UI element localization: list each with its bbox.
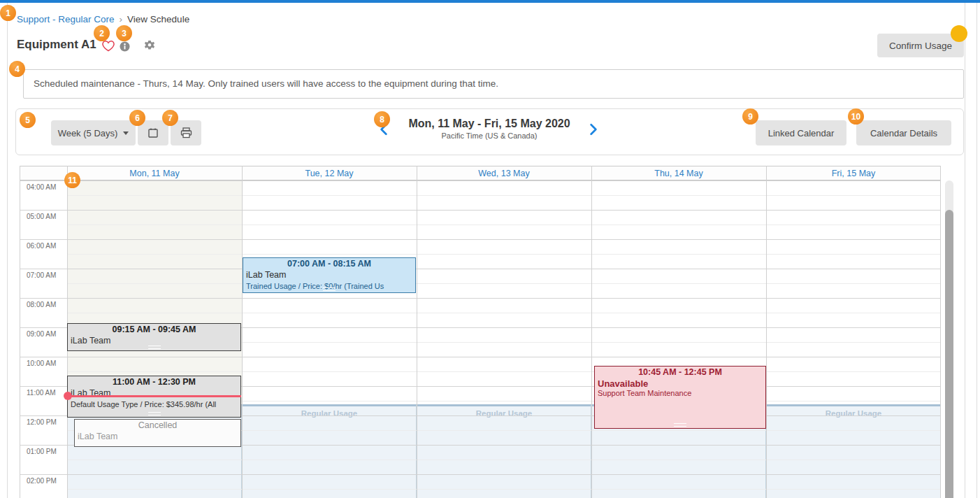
right-page-border (977, 3, 977, 498)
event-title: Unavailable (595, 377, 765, 389)
day-header-wed[interactable]: Wed, 13 May (417, 166, 591, 180)
annotation-badge-10: 10 (848, 108, 864, 124)
event-unavailable-thu[interactable]: 10:45 AM - 12:45 PM Unavailable Support … (594, 366, 766, 429)
annotation-badge-11: 11 (64, 172, 80, 188)
linked-calendar-button[interactable]: Linked Calendar (756, 120, 846, 145)
annotation-badge-7: 7 (162, 110, 178, 126)
time-label: 10:00 AM (27, 360, 56, 367)
column-separator (242, 166, 243, 498)
time-row: 01:00 PM (20, 445, 941, 474)
calendar-details-button[interactable]: Calendar Details (856, 120, 951, 145)
favorite-heart-icon[interactable] (102, 40, 115, 55)
page-title: Equipment A1 (17, 38, 96, 52)
event-title: iLab Team (75, 430, 240, 441)
maintenance-notice-text: Scheduled maintenance - Thurs, 14 May. O… (34, 78, 498, 89)
annotation-badge-3: 3 (116, 25, 132, 41)
current-time-dot (64, 392, 72, 400)
resize-handle[interactable] (323, 287, 336, 291)
column-separator (591, 166, 592, 498)
resize-handle[interactable] (674, 423, 686, 427)
event-cancelled-mon[interactable]: Cancelled iLab Team (74, 419, 241, 447)
time-label: 07:00 AM (27, 271, 56, 279)
time-gutter-header (20, 166, 67, 180)
annotation-badge-9: 9 (742, 108, 758, 124)
breadcrumb-separator: › (120, 14, 123, 24)
column-separator (417, 166, 417, 498)
time-label: 05:00 AM (27, 213, 56, 220)
time-label: 01:00 PM (27, 448, 57, 455)
timezone-label: Pacific Time (US & Canada) (389, 131, 589, 140)
time-row: 04:00 AM (20, 180, 941, 210)
event-detail: Support Team Maintenance (595, 389, 765, 397)
time-label: 08:00 AM (27, 301, 56, 308)
event-time: 07:00 AM - 08:15 AM (243, 258, 415, 269)
time-label: 04:00 AM (27, 183, 56, 191)
page: Support - Regular Core›View Schedule Equ… (0, 0, 980, 498)
resize-handle[interactable] (148, 346, 161, 349)
info-icon[interactable] (120, 41, 130, 55)
grid-border-right (940, 166, 941, 498)
time-row: 07:00 AM (20, 269, 941, 298)
column-separator (766, 166, 767, 498)
day-header-mon[interactable]: Mon, 11 May (67, 166, 242, 180)
event-price-detail: Default Usage Type / Price: $345.98/hr (… (68, 398, 240, 408)
resize-handle[interactable] (148, 412, 161, 415)
top-accent-bar (0, 0, 980, 3)
time-row: 05:00 AM (20, 210, 941, 239)
time-label: 11:00 AM (27, 389, 56, 397)
annotation-badge-6: 6 (129, 110, 145, 126)
breadcrumb: Support - Regular Core›View Schedule (17, 14, 189, 24)
time-label: 06:00 AM (27, 242, 56, 250)
calendar-toolbar: Week (5 Days) Mon, 11 May - Fri, 15 May … (15, 108, 964, 155)
calendar-scrollbar-thumb[interactable] (945, 210, 953, 498)
printer-icon (180, 127, 192, 138)
date-range-label: Mon, 11 May - Fri, 15 May 2020 (389, 118, 589, 130)
maintenance-notice: Scheduled maintenance - Thurs, 14 May. O… (23, 69, 964, 99)
annotation-badge-4: 4 (9, 61, 25, 77)
date-range-block: Mon, 11 May - Fri, 15 May 2020 Pacific T… (389, 118, 589, 140)
day-header-thu[interactable]: Thu, 14 May (591, 166, 766, 180)
event-time: 11:00 AM - 12:30 PM (68, 376, 240, 387)
time-row: 02:00 PM (20, 474, 941, 498)
right-panel-border (965, 3, 965, 498)
time-row: 06:00 AM (20, 239, 941, 269)
gear-icon[interactable] (144, 40, 155, 54)
event-status: Cancelled (75, 420, 240, 430)
current-time-line (67, 395, 241, 397)
chevron-right-icon (589, 123, 598, 136)
annotation-badge-1: 1 (0, 5, 16, 21)
time-label: 12:00 PM (27, 418, 57, 426)
time-label: 02:00 PM (27, 477, 57, 485)
event-time: 09:15 AM - 09:45 AM (68, 324, 240, 334)
next-week-button[interactable] (586, 122, 601, 138)
annotation-badge-8: 8 (374, 111, 390, 127)
time-label: 09:00 AM (27, 330, 56, 338)
annotation-badge-5: 5 (20, 112, 36, 128)
annotation-badge-2: 2 (94, 25, 110, 41)
grid-border-left (20, 166, 20, 498)
left-page-border (7, 3, 8, 498)
event-title: iLab Team (68, 334, 240, 346)
calendar-icon (147, 127, 159, 138)
event-reservation-mon-915[interactable]: 09:15 AM - 09:45 AM iLab Team (67, 323, 241, 351)
yellow-marker-dot (951, 25, 967, 42)
event-title: iLab Team (243, 269, 415, 280)
event-trained-tue-700[interactable]: 07:00 AM - 08:15 AM iLab Team Trained Us… (243, 257, 416, 293)
view-selector-dropdown[interactable]: Week (5 Days) (51, 120, 136, 145)
chevron-down-icon (123, 131, 129, 135)
day-header-tue[interactable]: Tue, 12 May (242, 166, 417, 180)
view-selector-label: Week (5 Days) (58, 128, 118, 138)
breadcrumb-current: View Schedule (127, 14, 189, 24)
event-time: 10:45 AM - 12:45 PM (595, 367, 765, 377)
day-header-fri[interactable]: Fri, 15 May (766, 166, 941, 180)
breadcrumb-core-link[interactable]: Support - Regular Core (17, 14, 115, 24)
